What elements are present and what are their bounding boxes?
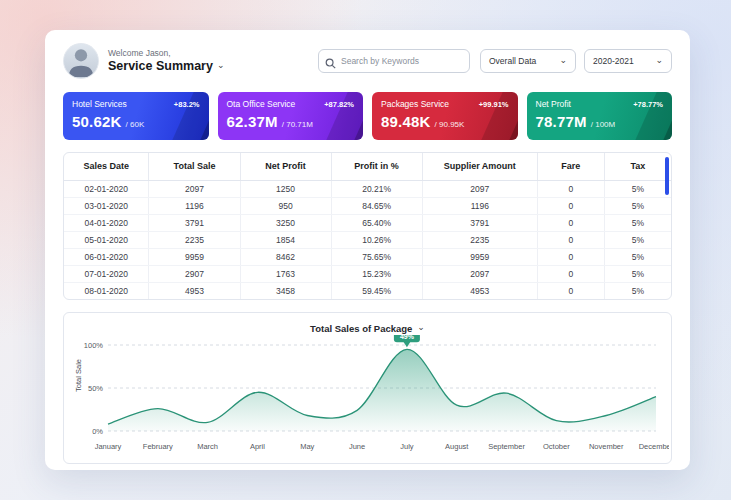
chevron-down-icon: ⌄ [559,55,567,65]
table-cell: 5% [604,282,671,299]
page-title: Service Summary [108,59,213,73]
chevron-down-icon[interactable]: ⌄ [417,322,425,332]
area-fill [108,349,656,431]
table-body: 02-01-20202097125020.21%209705%03-01-202… [64,180,671,299]
table-cell: 1763 [240,265,331,282]
table-cell: 1250 [240,180,331,197]
table-cell: 950 [240,197,331,214]
x-axis-label: May [300,442,314,451]
stat-badge: +87.82% [324,100,354,109]
table-cell: 08-01-2020 [64,282,149,299]
stat-label: Hotel Services [72,99,127,109]
table-row[interactable]: 03-01-2020119695084.65%119605% [64,197,671,214]
table-cell: 59.45% [331,282,422,299]
table-cell: 05-01-2020 [64,231,149,248]
table-cell: 3791 [422,214,537,231]
table-row[interactable]: 07-01-20202907176315.23%209705% [64,265,671,282]
x-axis-label: April [250,442,265,451]
table-cell: 65.40% [331,214,422,231]
stat-card[interactable]: Net Profit +78.77% 78.77M / 100M [527,92,673,140]
table-cell: 06-01-2020 [64,248,149,265]
table-cell: 9959 [149,248,240,265]
dashboard-card: Welcome Jason, Service Summary ⌄ Overall… [45,30,690,470]
stat-badge: +83.2% [174,100,200,109]
table-cell: 04-01-2020 [64,214,149,231]
table-cell: 1196 [422,197,537,214]
table-row[interactable]: 06-01-20209959846275.65%995905% [64,248,671,265]
chart-panel: Total Sales of Package ⌄ Total Sale 100%… [63,312,672,464]
table-cell: 0 [537,248,604,265]
table-cell: 3791 [149,214,240,231]
y-tick-label: 100% [84,341,104,350]
x-axis-label: February [143,442,173,451]
column-header[interactable]: Profit in % [331,153,422,180]
table-cell: 75.65% [331,248,422,265]
y-axis-label: Total Sale [74,346,83,406]
stat-target: / 70.71M [282,120,313,129]
x-axis-label: September [488,442,525,451]
data-filter-select[interactable]: Overall Data ⌄ [480,49,576,73]
table-cell: 5% [604,197,671,214]
table-cell: 2907 [149,265,240,282]
stat-value: 89.48K [381,113,431,130]
stat-label: Packages Service [381,99,449,109]
table-cell: 15.23% [331,265,422,282]
table-cell: 2097 [422,180,537,197]
stat-value: 50.62K [72,113,122,130]
welcome-text: Welcome Jason, [108,49,224,59]
table-cell: 9959 [422,248,537,265]
welcome-block: Welcome Jason, Service Summary ⌄ [108,49,224,73]
peak-badge-pointer [403,342,410,348]
table-cell: 02-01-2020 [64,180,149,197]
column-header[interactable]: Total Sale [149,153,240,180]
stat-card[interactable]: Packages Service +99.91% 89.48K / 90.95K [372,92,518,140]
column-header[interactable]: Supplier Amount [422,153,537,180]
stat-label: Ota Office Service [227,99,296,109]
stat-badge: +99.91% [479,100,509,109]
year-filter-select[interactable]: 2020-2021 ⌄ [584,49,672,73]
chart-title: Total Sales of Package [310,323,412,334]
table-cell: 3458 [240,282,331,299]
table-cell: 10.26% [331,231,422,248]
column-header[interactable]: Tax [604,153,671,180]
chevron-down-icon[interactable]: ⌄ [217,60,225,70]
stat-card[interactable]: Hotel Services +83.2% 50.62K / 60K [63,92,209,140]
x-axis-label: October [543,442,570,451]
table-cell: 2097 [422,265,537,282]
table-cell: 0 [537,180,604,197]
column-header[interactable]: Net Profit [240,153,331,180]
stat-cards-row: Hotel Services +83.2% 50.62K / 60K Ota O… [45,88,690,140]
table-scrollbar[interactable] [665,157,669,195]
search-input[interactable] [318,49,470,73]
table-cell: 84.65% [331,197,422,214]
stat-target: / 60K [126,120,145,129]
table-row[interactable]: 08-01-20204953345859.45%495305% [64,282,671,299]
table-cell: 1196 [149,197,240,214]
table-cell: 5% [604,180,671,197]
table-cell: 0 [537,265,604,282]
table-cell: 0 [537,214,604,231]
peak-badge-label: 49% [400,335,415,340]
table-row[interactable]: 04-01-20203791325065.40%379105% [64,214,671,231]
table-cell: 8462 [240,248,331,265]
table-cell: 07-01-2020 [64,265,149,282]
table-cell: 1854 [240,231,331,248]
avatar[interactable] [63,43,99,79]
data-filter-value: Overall Data [489,56,536,66]
year-filter-value: 2020-2021 [593,56,634,66]
person-icon [64,43,98,78]
stat-value: 62.37M [227,113,278,130]
table-row[interactable]: 05-01-20202235185410.26%223505% [64,231,671,248]
x-axis-label: November [589,442,624,451]
table-row[interactable]: 02-01-20202097125020.21%209705% [64,180,671,197]
stat-target: / 90.95K [435,120,465,129]
table-cell: 0 [537,231,604,248]
x-axis-label: December [639,442,669,451]
column-header[interactable]: Sales Date [64,153,149,180]
x-axis-label: June [349,442,365,451]
table-cell: 3250 [240,214,331,231]
table-cell: 0 [537,197,604,214]
column-header[interactable]: Fare [537,153,604,180]
search-box [318,49,470,73]
stat-card[interactable]: Ota Office Service +87.82% 62.37M / 70.7… [218,92,364,140]
